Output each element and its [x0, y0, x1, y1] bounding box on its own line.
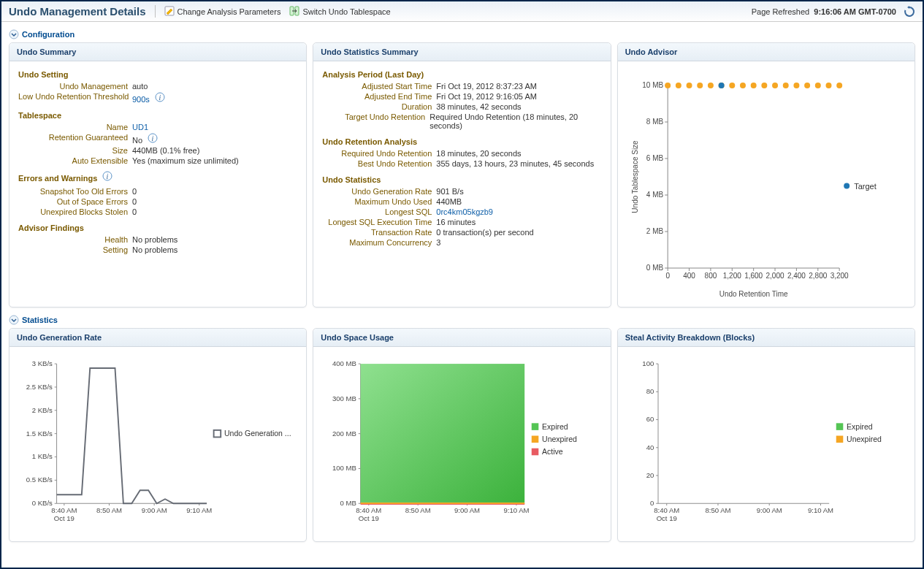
- undo-advisor-panel: Undo Advisor 0 MB2 MB4 MB6 MB8 MB10 MB04…: [617, 42, 915, 308]
- panel-title: Undo Summary: [9, 43, 306, 61]
- page-title: Undo Management Details: [9, 5, 156, 18]
- tablespace-name-link[interactable]: UD1: [132, 123, 148, 131]
- low-undo-threshold-link[interactable]: 900s: [132, 95, 150, 104]
- section-heading: Configuration: [22, 30, 75, 39]
- undo-generation-rate-panel: Undo Generation Rate 0 KB/s0.5 KB/s1 KB/…: [9, 328, 307, 542]
- kv-label: Target Undo Retention: [322, 112, 429, 130]
- svg-rect-90: [214, 430, 221, 438]
- group-heading: Undo Statistics: [322, 175, 601, 184]
- group-heading: Tablespace: [18, 111, 297, 120]
- kv-value: 0 transaction(s) per second: [436, 228, 533, 237]
- group-heading: Errors and Warnings: [18, 174, 97, 183]
- svg-text:100 MB: 100 MB: [332, 464, 356, 472]
- svg-text:40: 40: [646, 443, 654, 451]
- kv-value: 0: [132, 207, 137, 216]
- kv-label: Maximum Concurrency: [322, 238, 436, 247]
- kv-label: Duration: [322, 102, 436, 111]
- svg-point-50: [729, 83, 735, 88]
- kv-value: Yes (maximum size unlimited): [132, 156, 239, 165]
- svg-text:0 KB/s: 0 KB/s: [32, 499, 53, 507]
- svg-text:Oct 19: Oct 19: [359, 514, 379, 522]
- collapse-icon[interactable]: [9, 29, 19, 39]
- svg-text:3,200: 3,200: [830, 272, 848, 280]
- svg-text:Oct 19: Oct 19: [54, 514, 75, 522]
- svg-rect-118: [532, 436, 539, 443]
- svg-point-59: [825, 83, 831, 88]
- collapse-icon[interactable]: [9, 315, 19, 325]
- svg-text:i: i: [152, 134, 154, 142]
- svg-point-54: [772, 83, 778, 88]
- svg-text:8:40 AM: 8:40 AM: [654, 506, 679, 514]
- panel-title: Undo Space Usage: [313, 329, 610, 347]
- undo-statistics-summary-panel: Undo Statistics Summary Analysis Period …: [313, 42, 611, 308]
- svg-point-3: [9, 30, 18, 39]
- svg-text:9:10 AM: 9:10 AM: [186, 506, 212, 514]
- svg-text:3 KB/s: 3 KB/s: [32, 359, 53, 367]
- panel-title: Undo Statistics Summary: [313, 43, 610, 61]
- kv-label: Undo Generation Rate: [322, 187, 436, 196]
- kv-value: Required Undo Retention (18 minutes, 20 …: [429, 112, 601, 130]
- kv-value: 0: [132, 187, 137, 196]
- info-icon[interactable]: i: [148, 133, 158, 143]
- svg-point-55: [782, 83, 788, 88]
- kv-label: Maximum Undo Used: [322, 197, 436, 206]
- svg-text:2,800: 2,800: [809, 272, 827, 280]
- section-heading: Statistics: [22, 316, 58, 324]
- kv-label: Setting: [18, 245, 132, 254]
- group-heading: Advisor Findings: [18, 224, 297, 232]
- svg-point-64: [9, 316, 18, 324]
- steal-activity-panel: Steal Activity Breakdown (Blocks) 020406…: [617, 328, 915, 542]
- svg-text:Active: Active: [542, 447, 563, 456]
- group-heading: Analysis Period (Last Day): [322, 70, 601, 79]
- svg-text:1,600: 1,600: [744, 272, 763, 280]
- svg-text:0.5 KB/s: 0.5 KB/s: [26, 476, 53, 484]
- undo-advisor-chart[interactable]: 0 MB2 MB4 MB6 MB8 MB10 MB04008001,2001,6…: [627, 67, 906, 301]
- svg-text:0 MB: 0 MB: [646, 264, 663, 272]
- svg-point-53: [761, 83, 767, 88]
- svg-text:Undo Generation ...: Undo Generation ...: [224, 429, 291, 438]
- svg-text:100: 100: [642, 359, 654, 367]
- svg-text:9:10 AM: 9:10 AM: [808, 506, 833, 514]
- svg-text:800: 800: [704, 272, 717, 280]
- svg-text:80: 80: [646, 387, 654, 395]
- kv-label: Auto Extensible: [18, 156, 132, 165]
- svg-text:i: i: [107, 172, 109, 180]
- info-icon[interactable]: i: [102, 171, 112, 181]
- kv-value: 16 minutes: [436, 218, 476, 226]
- panel-title: Undo Advisor: [618, 43, 915, 61]
- svg-point-51: [740, 83, 746, 88]
- page-refreshed-label: Page Refreshed 9:16:06 AM GMT-0700: [752, 7, 896, 16]
- svg-text:Unexpired: Unexpired: [847, 435, 882, 443]
- svg-text:0 MB: 0 MB: [340, 499, 356, 507]
- change-analysis-parameters-link[interactable]: Change Analysis Parameters: [164, 6, 281, 18]
- svg-rect-145: [836, 423, 843, 430]
- statistics-section: Statistics Undo Generation Rate 0 KB/s0.…: [9, 315, 915, 542]
- panel-title: Steal Activity Breakdown (Blocks): [618, 329, 915, 347]
- kv-label: Low Undo Retention Threshold: [18, 92, 132, 104]
- svg-text:8 MB: 8 MB: [646, 118, 663, 126]
- kv-value: No problems: [132, 245, 177, 254]
- kv-label: Adjusted Start Time: [322, 82, 436, 91]
- svg-text:8:50 AM: 8:50 AM: [96, 506, 122, 514]
- longest-sql-link[interactable]: 0rc4km05kgzb9: [436, 207, 493, 216]
- svg-text:2.5 KB/s: 2.5 KB/s: [26, 383, 53, 391]
- switch-undo-tablespace-link[interactable]: Switch Undo Tablespace: [289, 6, 390, 18]
- undo-generation-rate-chart[interactable]: 0 KB/s0.5 KB/s1 KB/s1.5 KB/s2 KB/s2.5 KB…: [18, 353, 297, 535]
- svg-text:Expired: Expired: [542, 422, 568, 431]
- svg-text:Unexpired: Unexpired: [542, 435, 577, 443]
- svg-text:8:50 AM: 8:50 AM: [405, 506, 431, 514]
- svg-text:Expired: Expired: [847, 422, 873, 431]
- svg-text:20: 20: [646, 471, 654, 479]
- steal-activity-chart[interactable]: 0204060801008:40 AM8:50 AM9:00 AM9:10 AM…: [627, 353, 906, 535]
- refresh-icon[interactable]: [904, 6, 915, 18]
- undo-space-usage-chart[interactable]: 0 MB100 MB200 MB300 MB400 MB8:40 AM8:50 …: [322, 353, 601, 535]
- kv-label: Snapshot Too Old Errors: [18, 187, 132, 196]
- svg-text:Oct 19: Oct 19: [656, 514, 676, 522]
- svg-point-46: [686, 83, 692, 88]
- svg-text:2 MB: 2 MB: [646, 227, 663, 235]
- info-icon[interactable]: i: [155, 92, 165, 102]
- kv-value: Fri Oct 19, 2012 8:37:23 AM: [436, 82, 537, 91]
- svg-text:6 MB: 6 MB: [646, 154, 663, 162]
- kv-value: 18 minutes, 20 seconds: [436, 149, 521, 158]
- svg-text:2,000: 2,000: [765, 272, 784, 280]
